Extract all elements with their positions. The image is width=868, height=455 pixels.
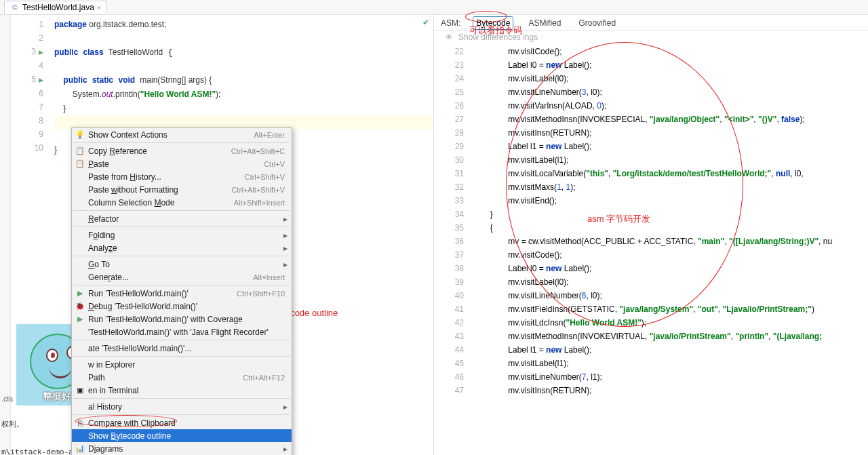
menu-item-icon: 🐞 xyxy=(75,301,85,312)
asm-pane: ASM: Bytecode ASMified Groovified 👁 Show… xyxy=(434,15,868,455)
context-menu-item[interactable]: Paste without FormattingCtrl+Alt+Shift+V xyxy=(72,183,292,196)
chevron-right-icon: ▸ xyxy=(283,231,288,240)
context-menu-item[interactable]: Go To▸ xyxy=(72,258,292,271)
asm-subheader: 👁 Show differences ings xyxy=(434,31,868,43)
menu-item-icon: 💡 xyxy=(75,130,85,140)
run-gutter-icon[interactable]: ▶ xyxy=(39,77,43,83)
asm-sub-text: Show differences ings xyxy=(458,33,538,42)
bottom-text-1: 权利。 xyxy=(1,419,24,429)
asm-label: ASM: xyxy=(441,18,460,28)
menu-item-icon: ⎘ xyxy=(75,418,85,429)
sidebar-cls-label: .cla xyxy=(1,395,13,403)
context-menu-item[interactable]: w in Explorer xyxy=(72,358,292,371)
context-menu-item[interactable]: Refactor▸ xyxy=(72,212,292,225)
run-gutter-icon[interactable]: ▶ xyxy=(39,49,43,56)
asm-content[interactable]: 2223242526272829303132333435363738394041… xyxy=(434,43,868,455)
menu-item-icon: ▣ xyxy=(75,385,85,396)
context-menu-item[interactable]: Generate...Alt+Insert xyxy=(72,271,292,283)
asm-header: ASM: Bytecode ASMified Groovified xyxy=(434,15,868,31)
context-menu-item[interactable]: Folding▸ xyxy=(72,229,292,241)
tab-groovified[interactable]: Groovified xyxy=(576,17,618,29)
marker-strip xyxy=(0,15,11,455)
context-menu-item[interactable]: ate 'TestHelloWorld.main()'... xyxy=(72,342,292,355)
asm-gutter: 2223242526272829303132333435363738394041… xyxy=(434,45,464,454)
context-menu-item[interactable]: ▶Run 'TestHelloWorld.main()' with Covera… xyxy=(72,313,292,325)
chevron-right-icon: ▸ xyxy=(283,243,288,253)
close-icon[interactable]: × xyxy=(97,3,101,12)
file-tab[interactable]: © TestHelloWorld.java × xyxy=(4,1,107,14)
java-file-icon: © xyxy=(10,3,20,12)
bottom-path-text: m\itstack-demo-as xyxy=(1,448,78,455)
chevron-right-icon: ▸ xyxy=(283,444,288,454)
menu-item-icon: ▶ xyxy=(75,288,85,299)
menu-item-icon: 📋 xyxy=(75,159,85,170)
asm-code: mv.visitCode(); Label l0 = new Label(); … xyxy=(464,45,868,454)
context-menu-item[interactable]: 📋Copy ReferenceCtrl+Alt+Shift+C xyxy=(72,144,292,157)
context-menu-item[interactable]: 📋PasteCtrl+V xyxy=(72,157,292,170)
eye-icon: 👁 xyxy=(445,33,453,42)
context-menu-item[interactable]: 📊Diagrams▸ xyxy=(72,442,292,455)
chevron-right-icon: ▸ xyxy=(283,214,288,224)
editor-gutter: 123▶4 5▶678910 xyxy=(11,15,49,157)
context-menu-item[interactable]: ⎘Compare with Clipboard xyxy=(72,416,292,429)
menu-item-icon: ▶ xyxy=(75,314,85,325)
menu-item-icon: 📋 xyxy=(75,146,85,157)
context-menu-item[interactable]: Column Selection ModeAlt+Shift+Insert xyxy=(72,196,292,209)
menu-item-icon: 📊 xyxy=(75,443,85,454)
context-menu-item[interactable]: 💡Show Context ActionsAlt+Enter xyxy=(72,128,292,141)
tab-asmified[interactable]: ASMified xyxy=(526,17,564,29)
chevron-right-icon: ▸ xyxy=(283,260,288,269)
editor-tab-bar: © TestHelloWorld.java × xyxy=(0,0,868,15)
context-menu-item[interactable]: al History▸ xyxy=(72,400,292,413)
context-menu: 💡Show Context ActionsAlt+Enter📋Copy Refe… xyxy=(71,127,292,455)
context-menu-item[interactable]: Analyze▸ xyxy=(72,241,292,254)
tab-bytecode[interactable]: Bytecode xyxy=(473,16,513,30)
context-menu-item[interactable]: ▶Run 'TestHelloWorld.main()'Ctrl+Shift+F… xyxy=(72,287,292,300)
context-menu-item[interactable]: 'TestHelloWorld.main()' with 'Java Fligh… xyxy=(72,325,292,338)
file-tab-name: TestHelloWorld.java xyxy=(22,3,94,12)
context-menu-item[interactable]: 🐞Debug 'TestHelloWorld.main()' xyxy=(72,300,292,313)
inspection-ok-icon: ✔ xyxy=(422,18,429,27)
chevron-right-icon: ▸ xyxy=(283,402,288,412)
context-menu-item[interactable]: Show Bytecode outline xyxy=(72,429,292,442)
context-menu-item[interactable]: Paste from History...Ctrl+Shift+V xyxy=(72,170,292,183)
context-menu-item[interactable]: PathCtrl+Alt+F12 xyxy=(72,371,292,384)
context-menu-item[interactable]: ▣en in Terminal xyxy=(72,384,292,397)
